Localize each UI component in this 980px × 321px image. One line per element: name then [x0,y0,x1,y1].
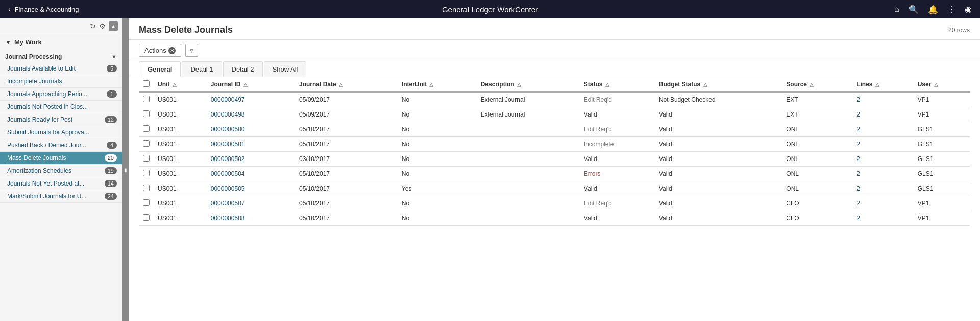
filter-button[interactable]: ▿ [185,44,198,57]
journal-id-cell-6[interactable]: 0000000505 [207,181,295,196]
sort-icon-7: △ [810,82,814,87]
journal-id-cell-5[interactable]: 0000000504 [207,167,295,181]
home-icon[interactable]: ⌂ [894,5,899,14]
journal-id-cell-7[interactable]: 0000000507 [207,196,295,211]
sidebar-item-1[interactable]: Incomplete Journals [0,75,122,88]
row-checkbox-0[interactable] [143,96,150,102]
sidebar-item-2[interactable]: Journals Approaching Perio...1 [0,88,122,101]
description-cell-0: External Journal [477,92,580,107]
status-value-5[interactable]: Errors [584,170,601,177]
journal-id-cell-4[interactable]: 0000000502 [207,152,295,167]
budget-status-value-6: Valid [659,185,672,192]
col-header-journal-id[interactable]: Journal ID △ [207,77,295,92]
notification-icon[interactable]: 🔔 [928,5,938,14]
lines-link-0[interactable]: 2 [856,96,860,103]
row-checkbox-4[interactable] [143,155,150,162]
table-row: US001000000049805/09/2017NoExternal Jour… [139,107,970,122]
unit-cell-1: US001 [154,107,207,122]
row-checkbox-5[interactable] [143,170,150,176]
sidebar-item-4[interactable]: Journals Ready for Post12 [0,113,122,126]
lines-cell-8[interactable]: 2 [852,211,913,226]
sidebar-item-8[interactable]: Amortization Schedules19 [0,165,122,177]
col-header-lines[interactable]: Lines △ [852,77,913,92]
budget-status-value-0: Not Budget Checked [659,96,716,103]
tab-show-all[interactable]: Show All [264,61,307,77]
row-checkbox-2[interactable] [143,125,150,132]
actions-button[interactable]: Actions ✕ [139,44,181,57]
search-icon[interactable]: 🔍 [909,5,919,14]
lines-cell-0[interactable]: 2 [852,92,913,107]
tab-general[interactable]: General [139,61,181,77]
budget-status-value-3: Valid [659,141,672,148]
journal-processing-group[interactable]: Journal Processing ▼ [0,50,122,62]
journal-id-link-1[interactable]: 0000000498 [211,111,245,118]
my-work-section[interactable]: ▼ My Work [0,34,122,50]
lines-link-3[interactable]: 2 [856,141,860,148]
lines-link-1[interactable]: 2 [856,111,860,118]
journal-id-link-7[interactable]: 0000000507 [211,200,245,207]
row-checkbox-1[interactable] [143,110,150,117]
sidebar-item-10[interactable]: Mark/Submit Journals for U...24 [0,190,122,203]
row-checkbox-7[interactable] [143,199,150,206]
journal-id-link-0[interactable]: 0000000497 [211,96,245,103]
lines-cell-7[interactable]: 2 [852,196,913,211]
lines-link-4[interactable]: 2 [856,155,860,163]
sidebar: ↻ ⚙ ▲ ▼ My Work Journal Processing ▼ Jou… [0,18,122,321]
journal-id-cell-8[interactable]: 0000000508 [207,211,295,226]
lines-link-2[interactable]: 2 [856,126,860,133]
collapse-button[interactable]: ▲ [109,21,118,31]
settings-button[interactable]: ⚙ [99,22,106,30]
col-header-status[interactable]: Status △ [580,77,655,92]
close-icon[interactable]: ◉ [965,5,972,14]
lines-cell-5[interactable]: 2 [852,167,913,181]
lines-link-6[interactable]: 2 [856,185,860,192]
sidebar-collapse-handle[interactable]: ▮ [122,18,129,321]
source-value-4: ONL [786,155,799,163]
select-all-checkbox[interactable] [143,80,150,87]
journal-id-cell-0[interactable]: 0000000497 [207,92,295,107]
back-button[interactable]: ‹ Finance & Accounting [8,5,79,13]
col-header-unit[interactable]: Unit △ [154,77,207,92]
col-header-user[interactable]: User △ [914,77,970,92]
journal-id-cell-2[interactable]: 0000000500 [207,122,295,137]
sidebar-item-0[interactable]: Journals Available to Edit5 [0,62,122,75]
col-header-description[interactable]: Description △ [477,77,580,92]
row-checkbox-3[interactable] [143,140,150,147]
lines-cell-3[interactable]: 2 [852,137,913,152]
tab-detail-1[interactable]: Detail 1 [182,61,222,77]
lines-cell-6[interactable]: 2 [852,181,913,196]
journal-date-value-2: 05/10/2017 [299,126,330,133]
journal-id-link-2[interactable]: 0000000500 [211,126,245,133]
sidebar-item-3[interactable]: Journals Not Posted in Clos... [0,101,122,113]
col-header-source[interactable]: Source △ [782,77,852,92]
status-value-0: Edit Req'd [584,96,612,103]
tab-detail-2[interactable]: Detail 2 [223,61,263,77]
lines-link-7[interactable]: 2 [856,200,860,207]
journal-id-link-3[interactable]: 0000000501 [211,141,245,148]
refresh-button[interactable]: ↻ [90,22,96,30]
journal-id-cell-3[interactable]: 0000000501 [207,137,295,152]
row-checkbox-8[interactable] [143,214,150,221]
journal-id-link-8[interactable]: 0000000508 [211,215,245,222]
lines-cell-4[interactable]: 2 [852,152,913,167]
journal-id-link-6[interactable]: 0000000505 [211,185,245,192]
status-value-3: Incomplete [584,141,614,148]
sidebar-item-6[interactable]: Pushed Back / Denied Jour...4 [0,139,122,152]
lines-cell-1[interactable]: 2 [852,107,913,122]
journal-id-link-4[interactable]: 0000000502 [211,155,245,163]
lines-cell-2[interactable]: 2 [852,122,913,137]
journal-id-link-5[interactable]: 0000000504 [211,170,245,177]
lines-link-8[interactable]: 2 [856,215,860,222]
sidebar-item-9[interactable]: Journals Not Yet Posted at...14 [0,177,122,190]
col-header-budget-status[interactable]: Budget Status △ [655,77,782,92]
col-header-journal-date[interactable]: Journal Date △ [295,77,398,92]
col-header-interunit[interactable]: InterUnit △ [398,77,477,92]
lines-link-5[interactable]: 2 [856,170,860,177]
journal-id-cell-1[interactable]: 0000000498 [207,107,295,122]
sidebar-item-7[interactable]: Mass Delete Journals20 [0,152,122,165]
row-checkbox-6[interactable] [143,185,150,191]
sidebar-item-label-2: Journals Approaching Perio... [7,90,107,98]
more-options-icon[interactable]: ⋮ [947,5,955,14]
unit-cell-6: US001 [154,181,207,196]
sidebar-item-5[interactable]: Submit Journals for Approva... [0,126,122,139]
